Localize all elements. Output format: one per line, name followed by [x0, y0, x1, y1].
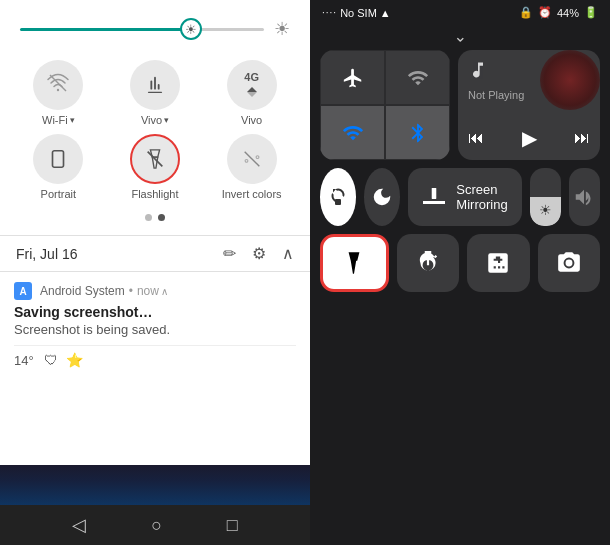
star-icon: ⭐: [66, 352, 83, 368]
quick-tiles: Wi-Fi ▾ Vivo ▾ 4: [0, 50, 310, 235]
screen-mirroring-icon: [422, 183, 446, 212]
volume-button-ios[interactable]: [569, 168, 600, 226]
tile-4g[interactable]: 4G Vivo: [209, 60, 294, 126]
camera-button[interactable]: [538, 234, 601, 292]
svg-rect-6: [352, 259, 357, 261]
brightness-thumb[interactable]: [180, 18, 202, 40]
cc-quad-buttons: [320, 50, 450, 160]
tile-vivo-data[interactable]: Vivo ▾: [112, 60, 197, 126]
vivo-chevron: ▾: [164, 115, 169, 125]
not-playing-bg: [540, 50, 600, 110]
status-left: ···· No SIM ▲: [322, 7, 391, 19]
notification-expand[interactable]: ∧: [161, 286, 168, 297]
battery-percent: 44%: [557, 7, 579, 19]
wifi-chevron: ▾: [70, 115, 75, 125]
flashlight-icon-wrap: [130, 134, 180, 184]
back-button[interactable]: ◁: [72, 514, 86, 536]
battery-icon: 🔋: [584, 6, 598, 19]
android-quick-settings: ☀ Wi-F: [0, 0, 310, 545]
notification-body: Screenshot is being saved.: [14, 322, 296, 337]
pagination-dots: [10, 208, 300, 225]
brightness-slider[interactable]: [20, 28, 264, 31]
dot-1: [145, 214, 152, 221]
wallpaper-preview: [0, 465, 310, 505]
collapse-icon[interactable]: ∧: [282, 244, 294, 263]
invert-label: Invert colors: [222, 188, 282, 200]
notification-footer: 14° 🛡 ⭐: [14, 345, 296, 368]
next-button[interactable]: ⏭: [574, 129, 590, 147]
airplane-mode-button[interactable]: [320, 50, 385, 105]
svg-point-0: [57, 88, 59, 90]
settings-icon[interactable]: ⚙: [252, 244, 266, 263]
wifi-button[interactable]: [320, 105, 385, 160]
brightness-sun-icon: ☀: [539, 202, 552, 218]
calculator-button[interactable]: [467, 234, 530, 292]
play-button[interactable]: ▶: [522, 126, 537, 150]
wifi-label: Wi-Fi ▾: [42, 114, 75, 126]
rotation-lock-button[interactable]: [320, 168, 356, 226]
android-nav-bar: ◁ ○ □: [0, 505, 310, 545]
invert-icon: [227, 134, 277, 184]
status-right: 🔒 ⏰ 44% 🔋: [519, 6, 598, 19]
bluetooth-button[interactable]: [385, 105, 450, 160]
wifi-signal-icon: ▲: [380, 7, 391, 19]
vivo-data-label: Vivo ▾: [141, 114, 169, 126]
alarm-icon: ⏰: [538, 6, 552, 19]
tile-row-2: Portrait Flashlight: [10, 134, 300, 200]
vivo-data-icon: [130, 60, 180, 110]
tile-flashlight[interactable]: Flashlight: [112, 134, 197, 200]
shield-icon: 🛡: [44, 352, 58, 368]
svg-rect-5: [335, 199, 341, 205]
cc-row-1: Not Playing ⏮ ▶ ⏭: [320, 50, 600, 160]
tile-row-1: Wi-Fi ▾ Vivo ▾ 4: [10, 60, 300, 126]
footer-icons: 🛡 ⭐: [44, 352, 83, 368]
tile-portrait[interactable]: Portrait: [16, 134, 101, 200]
wifi-icon-wrap: [33, 60, 83, 110]
now-playing-widget[interactable]: Not Playing ⏮ ▶ ⏭: [458, 50, 600, 160]
cc-bottom-row: [320, 234, 600, 292]
control-center-grid: Not Playing ⏮ ▶ ⏭: [310, 50, 610, 545]
auto-brightness-icon[interactable]: ☀: [274, 18, 290, 40]
recents-button[interactable]: □: [227, 515, 238, 536]
4g-icon: 4G: [227, 60, 277, 110]
notification-area: A Android System • now ∧ Saving screensh…: [0, 271, 310, 465]
ios-status-bar: ···· No SIM ▲ 🔒 ⏰ 44% 🔋: [310, 0, 610, 23]
flashlight-label: Flashlight: [131, 188, 178, 200]
do-not-disturb-button[interactable]: [364, 168, 400, 226]
date-actions: ✏ ⚙ ∧: [223, 244, 294, 263]
wifi-off-icon: [46, 71, 70, 100]
flashlight-button[interactable]: [320, 234, 389, 292]
cc-row-2: Screen Mirroring ☀: [320, 168, 600, 226]
brightness-row: ☀: [0, 0, 310, 50]
dot-2: [158, 214, 165, 221]
tile-wifi[interactable]: Wi-Fi ▾: [16, 60, 101, 126]
notification-header: A Android System • now ∧: [14, 282, 296, 300]
playback-controls: ⏮ ▶ ⏭: [468, 126, 590, 150]
portrait-label: Portrait: [41, 188, 76, 200]
notification-title: Saving screenshot…: [14, 304, 296, 320]
timer-button[interactable]: [397, 234, 460, 292]
brightness-slider-ios[interactable]: ☀: [530, 168, 561, 226]
screen-mirroring-button[interactable]: Screen Mirroring: [408, 168, 521, 226]
svg-point-7: [565, 260, 572, 267]
tile-invert[interactable]: Invert colors: [209, 134, 294, 200]
home-button[interactable]: ○: [151, 515, 162, 536]
edit-icon[interactable]: ✏: [223, 244, 236, 263]
prev-button[interactable]: ⏮: [468, 129, 484, 147]
svg-line-3: [148, 152, 163, 167]
signal-dots: ····: [322, 7, 337, 18]
ios-drag-handle[interactable]: [310, 23, 610, 50]
lock-icon: 🔒: [519, 6, 533, 19]
notification-app: Android System: [40, 284, 125, 298]
portrait-icon: [33, 134, 83, 184]
notification-time: •: [129, 284, 133, 298]
svg-line-1: [50, 75, 66, 91]
ios-control-center: ···· No SIM ▲ 🔒 ⏰ 44% 🔋: [310, 0, 610, 545]
date-row: Fri, Jul 16 ✏ ⚙ ∧: [0, 235, 310, 271]
4g-label: Vivo: [241, 114, 262, 126]
temperature: 14°: [14, 353, 34, 368]
date-text: Fri, Jul 16: [16, 246, 223, 262]
notification-timestamp: now: [137, 284, 159, 298]
cellular-button[interactable]: [385, 50, 450, 105]
no-sim-label: No SIM: [340, 7, 377, 19]
